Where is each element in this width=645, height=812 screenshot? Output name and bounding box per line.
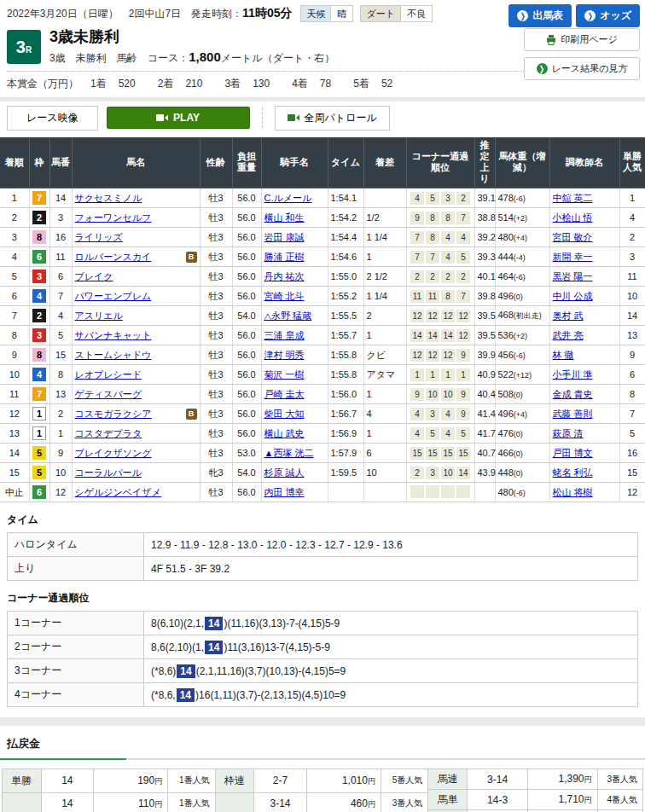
finish-position: 10 xyxy=(0,365,29,385)
corner-position: 4 xyxy=(410,427,424,440)
play-button[interactable]: PLAY xyxy=(107,107,250,129)
horse-name-link[interactable]: ゲティスバーグ xyxy=(75,388,142,401)
sex-age: 牡3 xyxy=(200,287,232,306)
trainer-link[interactable]: 萩原 清 xyxy=(553,428,584,438)
trainer-link[interactable]: 蛯名 利弘 xyxy=(553,467,593,478)
horse-name-link[interactable]: レオプレシード xyxy=(75,368,142,381)
trainer-link[interactable]: 宮田 敬介 xyxy=(553,232,593,242)
horse-name-link[interactable]: シゲルジンベイザメ xyxy=(75,486,161,499)
body-weight: 536 xyxy=(498,330,514,340)
frame-cell: 8 xyxy=(29,228,49,247)
horse-name-link[interactable]: アスリエル xyxy=(75,310,123,322)
horse-name-link[interactable]: ライリッズ xyxy=(75,231,123,244)
corner-position: 12 xyxy=(426,310,439,322)
trainer-link[interactable]: 金成 貴史 xyxy=(553,389,593,399)
corner-position: 2 xyxy=(456,192,470,205)
frame-badge: 3 xyxy=(32,328,46,342)
course-label: コース： xyxy=(148,52,189,64)
finish-time: 1:55.5 xyxy=(328,306,363,326)
print-page-button[interactable]: 印刷用ページ xyxy=(524,28,640,51)
col-rank: 着順 xyxy=(0,137,29,188)
win-popularity: 6 xyxy=(619,365,645,385)
jockey-link[interactable]: 勝浦 正樹 xyxy=(264,252,305,262)
corner-position: 9 xyxy=(456,408,470,420)
horse-name-link[interactable]: ブレイク xyxy=(75,270,113,283)
horse-name-link[interactable]: コスタデプラタ xyxy=(75,427,142,440)
meeting-info: 2回中山7日 xyxy=(129,8,181,20)
jockey-link[interactable]: 戸崎 圭太 xyxy=(264,389,305,399)
trainer-cell: 戸田 博文 xyxy=(549,444,619,463)
win-popularity: 9 xyxy=(619,345,645,365)
jockey-link[interactable]: 岩田 康誠 xyxy=(264,232,305,242)
horse-name-link[interactable]: パワーエンブレム xyxy=(75,290,152,303)
jockey-link[interactable]: 横山 和生 xyxy=(264,212,305,223)
trainer-link[interactable]: 林 徹 xyxy=(553,350,574,360)
trainer-link[interactable]: 奥村 武 xyxy=(553,310,584,321)
jockey-link[interactable]: 丹内 祐次 xyxy=(264,271,305,281)
condition-tags: 天候 晴 ダート 不良 xyxy=(300,5,433,22)
jockey-link[interactable]: 宮崎 北斗 xyxy=(264,291,305,301)
horse-name-link[interactable]: ロルバーンスカイ xyxy=(75,251,152,264)
race-video-button[interactable]: レース映像 xyxy=(7,106,98,130)
jockey-cell: 津村 明秀 xyxy=(261,345,328,365)
horse-name-link[interactable]: コスモガラクシア xyxy=(75,408,152,420)
corner-position: 2 xyxy=(410,467,424,479)
load-weight: 56.0 xyxy=(232,228,261,247)
race-conditions: 3歳 未勝利 馬齢 コース：1,800メートル（ダート・右） xyxy=(49,49,334,66)
entries-button[interactable]: ❭ 出馬表 xyxy=(508,4,572,27)
jockey-link[interactable]: 柴田 大知 xyxy=(264,409,305,419)
jockey-link[interactable]: 三浦 皇成 xyxy=(264,330,305,340)
jockey-link[interactable]: C.ルメール xyxy=(264,193,312,203)
patrol-video-button[interactable]: 全周パトロール xyxy=(275,106,390,130)
jockey-link[interactable]: 菊沢 一樹 xyxy=(264,369,305,380)
printer-icon xyxy=(546,35,556,45)
col-load-weight: 負担重量 xyxy=(232,137,261,188)
jockey-link[interactable]: 横山 武史 xyxy=(264,428,305,438)
bet-type-label: ワイド xyxy=(215,792,254,812)
horse-number: 14 xyxy=(49,188,72,208)
table-row: 4611ロルバーンスカイB牡356.0勝浦 正樹1:54.61774539.34… xyxy=(0,247,645,267)
trainer-link[interactable]: 武井 亮 xyxy=(553,330,584,340)
side-buttons: 印刷用ページ ❭ レース結果の見方 xyxy=(524,28,640,80)
load-weight: 56.0 xyxy=(232,365,261,385)
jockey-link[interactable]: 内田 博幸 xyxy=(264,487,305,497)
jockey-cell: 丹内 祐次 xyxy=(261,267,328,287)
sex-age: 牡3 xyxy=(200,228,232,247)
sex-age: 牡3 xyxy=(200,444,232,463)
odds-button[interactable]: ❭ オッズ xyxy=(576,4,640,27)
trainer-link[interactable]: 武藤 善則 xyxy=(553,409,593,419)
horse-name-link[interactable]: ストームシャドウ xyxy=(75,349,152,362)
trainer-link[interactable]: 松山 将樹 xyxy=(553,487,593,497)
trainer-link[interactable]: 新開 幸一 xyxy=(553,252,593,262)
horse-name-link[interactable]: サバンナキャット xyxy=(75,329,152,342)
corner-position: 8 xyxy=(426,231,439,244)
corner-position: 5 xyxy=(426,427,439,440)
jockey-link[interactable]: ▲西塚 洸二 xyxy=(264,448,314,458)
trainer-link[interactable]: 黒岩 陽一 xyxy=(553,271,593,281)
corner-position: 8 xyxy=(441,290,455,303)
highlighted-horse-number: 14 xyxy=(177,688,195,702)
start-time-label: 発走時刻： xyxy=(191,8,242,20)
frame-badge: 2 xyxy=(32,309,46,322)
horse-name-link[interactable]: フォーワンセルフ xyxy=(75,212,152,224)
finish-position: 4 xyxy=(0,247,29,267)
body-weight-cell: 466(0) xyxy=(495,444,549,463)
horse-name-link[interactable]: ブレイクザソング xyxy=(75,447,152,460)
finish-time xyxy=(328,483,363,502)
corner-position: 12 xyxy=(441,310,455,322)
payout-combination: 3-14 xyxy=(467,769,527,790)
horse-name-link[interactable]: サクセスミノル xyxy=(75,192,142,205)
trainer-link[interactable]: 小手川 準 xyxy=(553,369,593,380)
highlighted-horse-number: 14 xyxy=(205,641,223,654)
trainer-link[interactable]: 中舘 英二 xyxy=(553,193,593,203)
jockey-link[interactable]: △永野 猛蔵 xyxy=(264,310,312,321)
trainer-link[interactable]: 戸田 博文 xyxy=(553,448,593,458)
horse-name-link[interactable]: コーラルパール xyxy=(75,467,142,479)
col-horse-number: 馬番 xyxy=(49,137,72,188)
jockey-link[interactable]: 津村 明秀 xyxy=(264,350,305,360)
result-guide-button[interactable]: ❭ レース結果の見方 xyxy=(524,57,640,80)
trainer-link[interactable]: 小桧山 悟 xyxy=(553,212,593,223)
jockey-link[interactable]: 杉原 誠人 xyxy=(264,467,305,478)
col-frame: 枠 xyxy=(29,137,49,188)
trainer-link[interactable]: 中川 公成 xyxy=(553,291,593,301)
